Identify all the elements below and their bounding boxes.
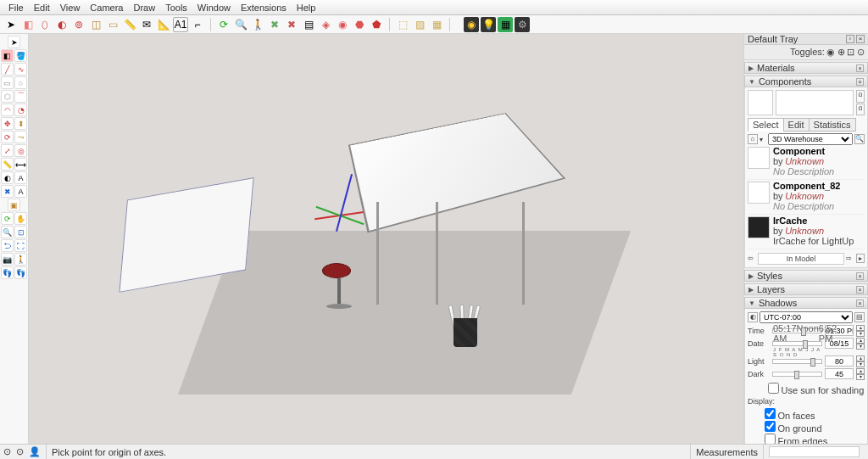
toggle-icon[interactable]: ◉ [826,47,835,57]
envelope-icon[interactable]: ✉ [139,17,154,32]
pie-tool-icon[interactable]: ◔ [14,104,27,116]
camera-tool-icon[interactable]: 📷 [1,253,14,266]
tab-select[interactable]: Select [748,118,784,132]
nav-right-icon[interactable]: ⇨ [846,255,854,262]
tape-icon[interactable]: 📏 [122,17,137,32]
layers-icon[interactable]: ◈ [318,17,333,32]
tool-icon-6[interactable]: ✖ [267,17,282,32]
tool-icon-7[interactable]: ✖ [284,17,299,32]
menu-help[interactable]: Help [292,3,321,13]
tool-icon-5[interactable]: ▭ [105,17,120,32]
followme-tool-icon[interactable]: ⤳ [14,131,27,143]
comp-btn-icon[interactable]: ũ [856,90,865,103]
status-icon[interactable]: ⊙ [3,446,11,457]
date-slider[interactable]: J F M A M J J A S O N D [772,341,822,346]
home-icon[interactable]: ⌂ [748,134,758,144]
render-icon-1[interactable]: ◉ [464,17,479,32]
line-tool-icon[interactable]: ╱ [1,63,14,76]
dark-slider[interactable] [772,372,822,377]
menu-file[interactable]: File [3,3,29,13]
person-icon[interactable]: 🚶 [250,17,265,32]
pin-icon[interactable]: × [856,64,864,72]
axes-tool-icon[interactable]: ✖ [1,185,14,198]
component-item[interactable]: Componentby UnknownNo Description [748,145,865,180]
render-icon-2[interactable]: 💡 [481,17,496,32]
tool-icon-8[interactable]: ◉ [335,17,350,32]
tab-edit[interactable]: Edit [783,118,810,132]
pin-icon[interactable]: × [856,78,864,86]
pin-icon[interactable]: × [856,299,864,307]
menu-tools[interactable]: Tools [160,3,192,13]
comp-btn-icon[interactable]: ű [856,104,865,116]
panel-shadows[interactable]: ▼Shadows× [744,297,868,309]
ruler-icon[interactable]: 📐 [156,17,171,32]
on-ground-checkbox[interactable]: On ground [765,421,865,434]
tape-tool-icon[interactable]: 📏 [1,158,14,171]
nav-left-icon[interactable]: ⇦ [748,255,756,262]
bucket-tool-icon[interactable]: 🪣 [14,49,27,62]
box-icon-1[interactable]: ⬚ [395,17,410,32]
shadow-settings-icon[interactable]: ▤ [854,312,865,322]
refresh-icon[interactable]: ⟳ [216,17,231,32]
protractor-tool-icon[interactable]: ◐ [1,171,14,184]
rotate-tool-icon[interactable]: ⟳ [1,131,14,143]
scale-tool-icon[interactable]: ⤢ [1,144,14,157]
timezone-select[interactable]: UTC-07:00 [760,311,853,323]
component-item[interactable]: Component_82by UnknownNo Description [748,180,865,215]
move-tool-icon[interactable]: ✥ [1,117,14,130]
render-icon-4[interactable]: ⚙ [515,17,530,32]
look2-tool-icon[interactable]: 👣 [14,266,27,279]
offset-tool-icon[interactable]: ◎ [14,144,27,157]
date-stepper[interactable]: ▴▾ [856,338,865,349]
eraser-tool-icon[interactable]: ◧ [1,49,14,62]
measurements-input[interactable] [769,446,860,457]
menu-draw[interactable]: Draw [128,3,160,13]
status-icon[interactable]: 👤 [29,446,41,457]
search-icon[interactable]: 🔍 [233,17,248,32]
light-slider[interactable] [772,359,822,364]
from-edges-checkbox[interactable]: From edges [765,434,865,444]
search-icon[interactable]: 🔍 [854,134,865,144]
menu-camera[interactable]: Camera [85,3,128,13]
dim-tool-icon[interactable]: ⟷ [14,158,27,171]
status-icon[interactable]: ⊙ [16,446,24,457]
pin-icon[interactable]: × [856,272,864,280]
pushpull-tool-icon[interactable]: ⬍ [14,117,27,130]
toggle-icon[interactable]: ⊙ [857,47,865,57]
light-input[interactable] [825,355,854,367]
tray-close-icon[interactable]: × [856,35,865,43]
tool-icon-4[interactable]: ◫ [88,17,103,32]
circle-tool-icon[interactable]: ○ [14,76,27,89]
tab-statistics[interactable]: Statistics [809,118,856,132]
dark-stepper[interactable]: ▴▾ [856,368,865,379]
menu-extensions[interactable]: Extensions [236,3,292,13]
menu-view[interactable]: View [55,3,86,13]
toggle-icon[interactable]: ⊡ [847,47,854,57]
search-source-select[interactable]: 3D Warehouse [768,133,853,145]
walk-tool2-icon[interactable]: 🚶 [14,253,27,266]
tool-icon-1[interactable]: ⬯ [37,17,53,32]
zoom-tool-icon[interactable]: 🔍 [1,226,14,238]
rect-tool-icon[interactable]: ▭ [1,76,14,89]
eraser-icon[interactable]: ◧ [20,17,36,32]
tool-icon-3[interactable]: ⊚ [71,17,86,32]
viewport[interactable] [29,34,744,444]
zoomwin-tool-icon[interactable]: ⊡ [14,226,27,238]
render-icon-3[interactable]: ▦ [498,17,513,32]
panel-components[interactable]: ▼Components× [744,76,868,87]
arc2-tool-icon[interactable]: ◠ [1,104,14,116]
arc-tool-icon[interactable]: ⌒ [14,90,27,103]
in-model-label[interactable]: In Model [758,253,844,265]
panel-layers[interactable]: ▶Layers× [744,283,868,295]
tool-icon-9[interactable]: ⬣ [352,17,367,32]
tool-icon-10[interactable]: ⬟ [369,17,384,32]
select-tool-icon[interactable]: ➤ [8,36,20,48]
menu-icon[interactable]: ▸ [856,254,865,263]
menu-window[interactable]: Window [192,3,236,13]
cursor-icon[interactable]: ➤ [3,17,19,32]
look-tool-icon[interactable]: 👣 [1,266,14,279]
text-label-icon[interactable]: A [14,171,27,184]
toggle-icon[interactable]: ⊕ [837,47,845,57]
freehand-tool-icon[interactable]: ∿ [14,63,27,76]
tray-pin-icon[interactable]: ▫ [846,35,854,43]
